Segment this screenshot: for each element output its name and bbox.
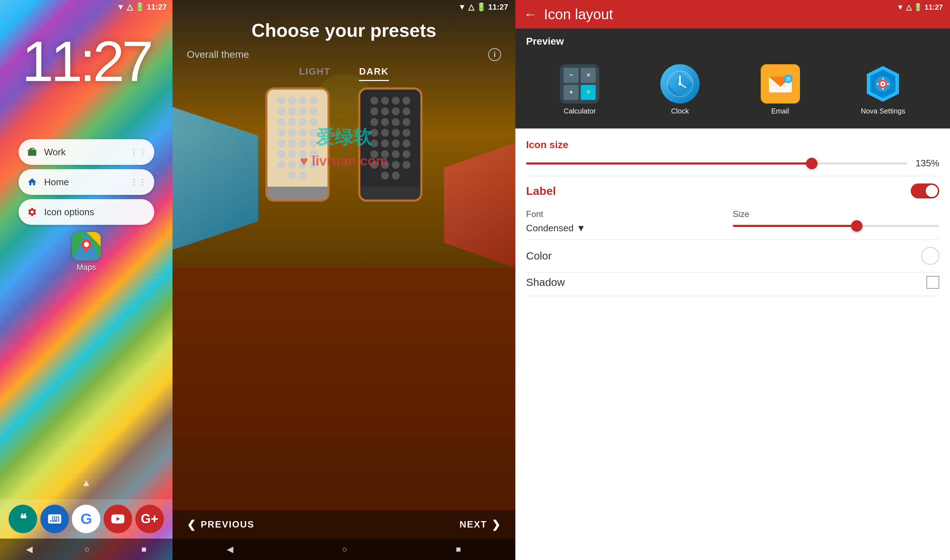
panel2-presets: 🌳 ▼ △ 🔋 11:27 Choose your presets Overal… [173, 0, 515, 560]
settings-content: Icon size 135% Label Font Condense [515, 128, 950, 560]
signal-icon-2: △ [468, 3, 474, 12]
maps-label: Maps [77, 263, 96, 272]
panel3-header: ← Icon layout [515, 0, 950, 29]
svg-point-9 [679, 82, 682, 85]
info-icon[interactable]: i [488, 48, 501, 61]
tab-dark[interactable]: DARK [359, 66, 389, 81]
nav-bar-1: ◀ ○ ■ [0, 538, 173, 560]
icon-size-value: 135% [914, 158, 939, 169]
icon-size-thumb[interactable] [806, 158, 817, 169]
tab-light[interactable]: LIGHT [299, 66, 330, 81]
calc-plus: + [564, 85, 578, 100]
svg-text:@: @ [786, 76, 791, 82]
home-dots: ⋮⋮ [130, 177, 147, 187]
presets-title-text: Choose your presets [251, 20, 436, 41]
battery-icon: 🔋 [135, 3, 145, 12]
panel1-homescreen: ▼ △ 🔋 11:27 11:27 Work ⋮⋮ Home ⋮⋮ Ic [0, 0, 173, 560]
icon-size-label: Icon size [515, 128, 950, 154]
overall-theme-label: Overall theme [187, 49, 249, 60]
dropdown-chevron-icon: ▼ [577, 223, 586, 234]
up-arrow-icon: ▲ [82, 477, 91, 489]
recent-btn-1[interactable]: ■ [142, 544, 147, 554]
size-col: Size [733, 209, 940, 229]
clock-label: Clock [671, 107, 689, 115]
font-size-slider-container [733, 223, 940, 229]
menu-container: Work ⋮⋮ Home ⋮⋮ Icon options [19, 139, 154, 225]
next-button[interactable]: NEXT ❯ [460, 518, 501, 531]
clock-icon [660, 64, 700, 103]
maps-icon[interactable] [72, 232, 101, 260]
nova-settings-label: Nova Settings [861, 107, 905, 115]
font-size-thumb[interactable] [851, 220, 862, 232]
back-btn-2[interactable]: ◀ [227, 544, 233, 554]
toggle-knob [926, 185, 938, 197]
nova-settings-icon [863, 64, 902, 103]
dock: ❝ G G+ [0, 499, 173, 538]
status-icons-2: ▼ △ 🔋 11:27 [458, 3, 508, 12]
watermark-sub-text: ♥ livruan.com [300, 154, 388, 169]
status-bar-2: ▼ △ 🔋 11:27 [173, 0, 515, 14]
calculator-label: Calculator [564, 107, 596, 115]
work-dots: ⋮⋮ [130, 148, 147, 157]
signal-icon: △ [127, 3, 133, 12]
maps-container: Maps [72, 232, 101, 272]
time-2: 11:27 [488, 3, 508, 12]
preview-icons-row: − ✕ + = Calculator [515, 51, 950, 128]
wifi-icon: ▼ [117, 3, 125, 12]
calculator-icon: − ✕ + = [560, 64, 599, 103]
preview-clock: Clock [660, 64, 700, 115]
back-btn-1[interactable]: ◀ [26, 544, 32, 554]
menu-item-home[interactable]: Home ⋮⋮ [19, 169, 154, 195]
wifi-icon-3: ▼ [897, 3, 904, 11]
menu-item-work[interactable]: Work ⋮⋮ [19, 139, 154, 165]
preview-email: @ Email [761, 64, 800, 115]
recent-btn-2[interactable]: ■ [456, 544, 461, 554]
home-btn-1[interactable]: ○ [84, 544, 89, 554]
battery-icon-3: 🔋 [914, 3, 922, 11]
prev-button[interactable]: ❮ PREVIOUS [187, 518, 254, 531]
next-chevron-icon: ❯ [492, 518, 501, 531]
prev-label: PREVIOUS [201, 519, 254, 530]
shadow-checkbox[interactable] [927, 276, 939, 289]
dock-google[interactable]: G [72, 505, 100, 533]
dock-hangouts[interactable]: ❝ [9, 505, 37, 533]
preview-label: Preview [515, 29, 950, 51]
phone-bottom-dark [360, 187, 420, 200]
phone-bottom-light [267, 187, 327, 200]
size-col-label: Size [733, 209, 940, 219]
panel3-icon-layout: ▼ △ 🔋 11:27 ← Icon layout Preview − ✕ + … [515, 0, 950, 560]
shadow-row: Shadow [515, 272, 950, 296]
panel3-title: Icon layout [544, 6, 941, 23]
label-section: Label [515, 176, 950, 206]
back-arrow-icon[interactable]: ← [524, 7, 537, 22]
icon-size-fill [526, 162, 812, 165]
next-label: NEXT [460, 519, 487, 530]
divider-4 [526, 296, 939, 296]
home-btn-2[interactable]: ○ [342, 544, 347, 554]
dock-youtube[interactable] [103, 505, 132, 533]
calc-equals: = [581, 85, 596, 100]
status-bar-3: ▼ △ 🔋 11:27 [897, 0, 950, 14]
status-icons-3: ▼ △ 🔋 11:27 [897, 3, 943, 11]
icon-size-slider-row: 135% [515, 154, 950, 176]
font-dropdown[interactable]: Condensed ▼ [526, 223, 733, 234]
dock-keyboard[interactable] [40, 505, 69, 533]
email-icon: @ [761, 64, 800, 103]
presets-title: Choose your presets [173, 20, 515, 41]
font-size-track [733, 225, 940, 227]
color-circle[interactable] [921, 247, 939, 265]
font-name: Condensed [526, 223, 574, 234]
signal-icon-3: △ [906, 3, 911, 11]
preview-section: Preview − ✕ + = Calculator [515, 29, 950, 128]
font-col-label: Font [526, 209, 733, 219]
icon-size-track [526, 162, 907, 165]
dock-gplus[interactable]: G+ [135, 505, 164, 533]
label-row: Label [526, 183, 939, 198]
color-label: Color [526, 250, 552, 262]
preview-calculator: − ✕ + = Calculator [560, 64, 599, 115]
label-toggle[interactable] [911, 183, 939, 198]
email-label: Email [771, 107, 789, 115]
watermark-text: 爱绿软 [316, 125, 372, 150]
icon-options-label: Icon options [44, 207, 147, 218]
menu-item-icon-options[interactable]: Icon options [19, 199, 154, 225]
